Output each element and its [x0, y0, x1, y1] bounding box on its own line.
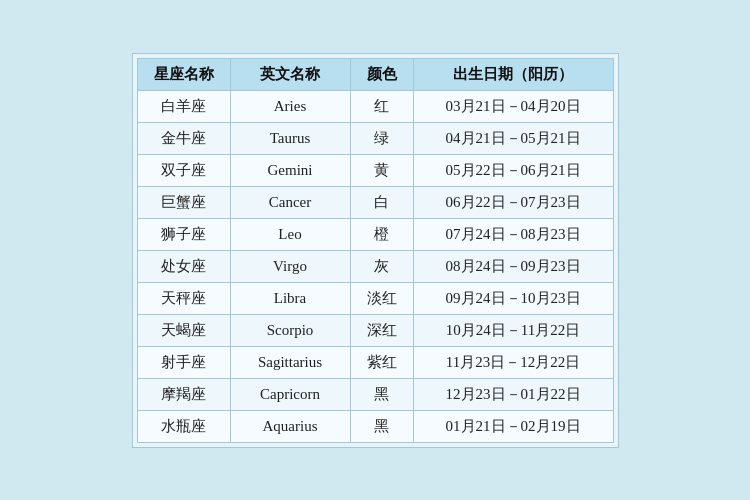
cell-dates: 12月23日－01月22日 — [413, 378, 613, 410]
cell-chinese: 天蝎座 — [137, 314, 230, 346]
cell-chinese: 处女座 — [137, 250, 230, 282]
cell-dates: 07月24日－08月23日 — [413, 218, 613, 250]
cell-color: 黄 — [350, 154, 413, 186]
cell-chinese: 射手座 — [137, 346, 230, 378]
table-row: 射手座Sagittarius紫红11月23日－12月22日 — [137, 346, 613, 378]
cell-color: 橙 — [350, 218, 413, 250]
cell-dates: 09月24日－10月23日 — [413, 282, 613, 314]
table-row: 白羊座Aries红03月21日－04月20日 — [137, 90, 613, 122]
table-row: 水瓶座Aquarius黑01月21日－02月19日 — [137, 410, 613, 442]
cell-dates: 04月21日－05月21日 — [413, 122, 613, 154]
table-row: 摩羯座Capricorn黑12月23日－01月22日 — [137, 378, 613, 410]
table-row: 双子座Gemini黄05月22日－06月21日 — [137, 154, 613, 186]
col-header-dates: 出生日期（阳历） — [413, 58, 613, 90]
table-row: 巨蟹座Cancer白06月22日－07月23日 — [137, 186, 613, 218]
cell-english: Taurus — [230, 122, 350, 154]
cell-color: 灰 — [350, 250, 413, 282]
zodiac-table: 星座名称 英文名称 颜色 出生日期（阳历） 白羊座Aries红03月21日－04… — [137, 58, 614, 443]
cell-chinese: 天秤座 — [137, 282, 230, 314]
cell-english: Gemini — [230, 154, 350, 186]
cell-english: Aries — [230, 90, 350, 122]
cell-english: Cancer — [230, 186, 350, 218]
table-row: 天蝎座Scorpio深红10月24日－11月22日 — [137, 314, 613, 346]
cell-dates: 06月22日－07月23日 — [413, 186, 613, 218]
cell-english: Sagittarius — [230, 346, 350, 378]
cell-chinese: 摩羯座 — [137, 378, 230, 410]
cell-chinese: 狮子座 — [137, 218, 230, 250]
cell-color: 深红 — [350, 314, 413, 346]
cell-dates: 03月21日－04月20日 — [413, 90, 613, 122]
col-header-color: 颜色 — [350, 58, 413, 90]
cell-dates: 05月22日－06月21日 — [413, 154, 613, 186]
table-header-row: 星座名称 英文名称 颜色 出生日期（阳历） — [137, 58, 613, 90]
table-row: 金牛座Taurus绿04月21日－05月21日 — [137, 122, 613, 154]
table-row: 狮子座Leo橙07月24日－08月23日 — [137, 218, 613, 250]
cell-english: Aquarius — [230, 410, 350, 442]
cell-english: Virgo — [230, 250, 350, 282]
cell-dates: 11月23日－12月22日 — [413, 346, 613, 378]
col-header-chinese: 星座名称 — [137, 58, 230, 90]
cell-color: 绿 — [350, 122, 413, 154]
cell-dates: 01月21日－02月19日 — [413, 410, 613, 442]
cell-color: 黑 — [350, 410, 413, 442]
cell-color: 黑 — [350, 378, 413, 410]
cell-chinese: 白羊座 — [137, 90, 230, 122]
cell-chinese: 巨蟹座 — [137, 186, 230, 218]
cell-dates: 08月24日－09月23日 — [413, 250, 613, 282]
cell-chinese: 金牛座 — [137, 122, 230, 154]
cell-chinese: 双子座 — [137, 154, 230, 186]
col-header-english: 英文名称 — [230, 58, 350, 90]
cell-color: 淡红 — [350, 282, 413, 314]
cell-color: 白 — [350, 186, 413, 218]
cell-english: Scorpio — [230, 314, 350, 346]
cell-color: 红 — [350, 90, 413, 122]
cell-color: 紫红 — [350, 346, 413, 378]
zodiac-table-container: 星座名称 英文名称 颜色 出生日期（阳历） 白羊座Aries红03月21日－04… — [132, 53, 619, 448]
table-row: 处女座Virgo灰08月24日－09月23日 — [137, 250, 613, 282]
cell-chinese: 水瓶座 — [137, 410, 230, 442]
cell-english: Leo — [230, 218, 350, 250]
cell-english: Capricorn — [230, 378, 350, 410]
cell-dates: 10月24日－11月22日 — [413, 314, 613, 346]
cell-english: Libra — [230, 282, 350, 314]
table-row: 天秤座Libra淡红09月24日－10月23日 — [137, 282, 613, 314]
